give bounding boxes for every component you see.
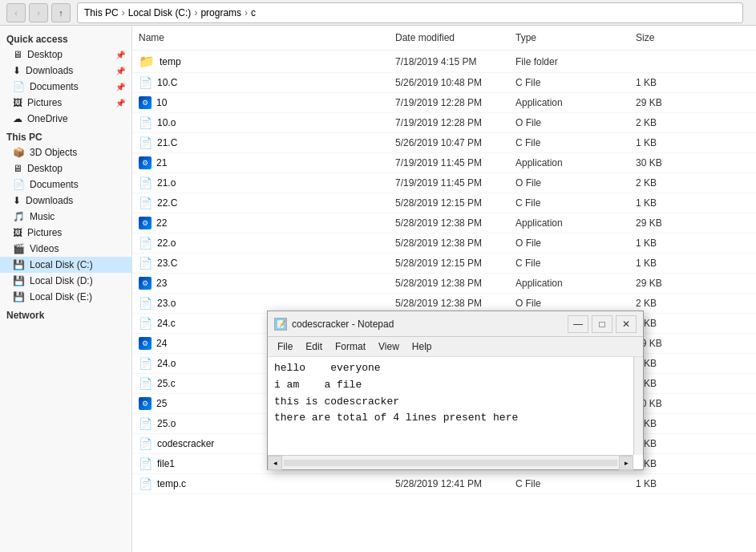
- file-icon: 📄: [139, 197, 152, 209]
- breadcrumb-programs[interactable]: programs: [200, 7, 241, 18]
- sidebar-label: 3D Objects: [30, 147, 77, 158]
- table-row[interactable]: ⚙ 21 7/19/2019 11:45 PM Application 30 K…: [132, 153, 756, 173]
- app-icon: ⚙: [139, 217, 152, 229]
- file-name: 25.o: [157, 418, 176, 429]
- file-size: 29 KB: [629, 95, 693, 111]
- pin-icon: 📌: [115, 67, 125, 75]
- notepad-window: 📝 codescracker - Notepad — □ ✕ File Edit…: [267, 310, 644, 470]
- sidebar-item-localc[interactable]: 💾 Local Disk (C:): [0, 257, 131, 273]
- file-icon: 📄: [139, 377, 152, 390]
- table-row[interactable]: 📄 23.C 5/28/2019 12:15 PM C File 1 KB: [132, 254, 756, 274]
- table-row[interactable]: 📁 temp 7/18/2019 4:15 PM File folder: [132, 51, 756, 73]
- col-name[interactable]: Name: [132, 29, 389, 47]
- breadcrumb[interactable]: This PC › Local Disk (C:) › programs › c: [77, 2, 743, 23]
- breadcrumb-c[interactable]: c: [251, 7, 256, 18]
- notepad-menu-file[interactable]: File: [271, 339, 299, 355]
- notepad-content[interactable]: hello everyonei am a filethis is codescr…: [268, 357, 643, 469]
- back-button[interactable]: ‹: [6, 3, 26, 22]
- notepad-titlebar[interactable]: 📝 codescracker - Notepad — □ ✕: [268, 311, 643, 337]
- notepad-scrollbar-horizontal[interactable]: ◂ ▸: [268, 455, 633, 469]
- pin-icon: 📌: [115, 83, 125, 91]
- up-button[interactable]: ↑: [51, 3, 71, 22]
- sidebar-item-music[interactable]: 🎵 Music: [0, 209, 131, 225]
- sidebar-label: Desktop: [27, 49, 63, 60]
- col-size[interactable]: Size: [629, 29, 693, 47]
- breadcrumb-thispc[interactable]: This PC: [84, 7, 119, 18]
- sidebar-item-pictures-pinned[interactable]: 🖼 Pictures 📌: [0, 95, 131, 111]
- file-size: 1 KB: [629, 135, 693, 151]
- col-date[interactable]: Date modified: [389, 29, 509, 47]
- file-name: temp: [160, 56, 181, 67]
- file-list-header: Name Date modified Type Size: [132, 26, 756, 51]
- table-row[interactable]: ⚙ 22 5/28/2019 12:38 PM Application 29 K…: [132, 213, 756, 233]
- notepad-menu-edit[interactable]: Edit: [299, 339, 329, 355]
- scroll-right-button[interactable]: ▸: [619, 456, 633, 470]
- sidebar-label: Documents: [30, 81, 79, 92]
- table-row[interactable]: ⚙ 23 5/28/2019 12:38 PM Application 29 K…: [132, 274, 756, 294]
- col-type[interactable]: Type: [509, 29, 629, 47]
- scroll-track[interactable]: [284, 460, 617, 466]
- table-row[interactable]: ⚙ 10 7/19/2019 12:28 PM Application 29 K…: [132, 93, 756, 113]
- sidebar-item-3dobjects[interactable]: 📦 3D Objects: [0, 144, 131, 160]
- file-type: O File: [509, 115, 629, 131]
- nav-buttons: ‹ › ↑: [6, 3, 71, 22]
- file-size: 30 KB: [629, 155, 693, 171]
- file-size: 1 KB: [629, 75, 693, 91]
- file-name-cell: 📄 temp.c: [132, 475, 389, 493]
- quick-access-header: Quick access: [0, 29, 131, 47]
- sidebar-item-downloads[interactable]: ⬇ Downloads: [0, 193, 131, 209]
- sidebar-item-downloads-pinned[interactable]: ⬇ Downloads 📌: [0, 63, 131, 79]
- scroll-left-button[interactable]: ◂: [268, 456, 282, 470]
- sidebar-label: Pictures: [27, 97, 62, 108]
- notepad-maximize-button[interactable]: □: [592, 315, 612, 333]
- documents-icon: 📄: [13, 81, 25, 92]
- sidebar-item-pictures[interactable]: 🖼 Pictures: [0, 225, 131, 241]
- sidebar-item-documents[interactable]: 📄 Documents: [0, 177, 131, 193]
- file-size: 1 KB: [629, 195, 693, 211]
- table-row[interactable]: 📄 21.o 7/19/2019 11:45 PM O File 2 KB: [132, 173, 756, 193]
- file-name-cell: 📄 10.C: [132, 74, 389, 91]
- sidebar-item-locale[interactable]: 💾 Local Disk (E:): [0, 289, 131, 305]
- table-row[interactable]: 📄 10.o 7/19/2019 12:28 PM O File 2 KB: [132, 113, 756, 133]
- breadcrumb-localc[interactable]: Local Disk (C:): [128, 7, 192, 18]
- pictures-icon: 🖼: [13, 97, 22, 108]
- file-type: C File: [509, 75, 629, 91]
- file-type: File folder: [509, 54, 629, 70]
- file-icon: 📄: [139, 257, 152, 270]
- file-name-cell: 📄 23.o: [132, 294, 389, 312]
- file-size: 29 KB: [629, 215, 693, 231]
- file-date: 5/28/2019 12:38 PM: [389, 295, 509, 311]
- table-row[interactable]: 📄 22.C 5/28/2019 12:15 PM C File 1 KB: [132, 193, 756, 213]
- notepad-minimize-button[interactable]: —: [568, 315, 588, 333]
- notepad-close-button[interactable]: ✕: [616, 315, 637, 333]
- table-row[interactable]: 📄 21.C 5/26/2019 10:47 PM C File 1 KB: [132, 133, 756, 153]
- sidebar-label: Downloads: [26, 195, 73, 206]
- pin-icon: 📌: [115, 51, 125, 59]
- file-type: Application: [509, 155, 629, 171]
- forward-button[interactable]: ›: [29, 3, 48, 22]
- app-icon: ⚙: [139, 156, 152, 169]
- notepad-content-wrapper: hello everyonei am a filethis is codescr…: [268, 357, 643, 469]
- file-date: 7/18/2019 4:15 PM: [389, 54, 509, 70]
- table-row[interactable]: 📄 22.o 5/28/2019 12:38 PM O File 1 KB: [132, 233, 756, 254]
- file-name: 22.C: [157, 197, 177, 209]
- file-date: 5/28/2019 12:15 PM: [389, 195, 509, 211]
- file-name: 22.o: [157, 237, 176, 249]
- sidebar-item-documents-pinned[interactable]: 📄 Documents 📌: [0, 79, 131, 95]
- file-name: 10: [156, 97, 167, 108]
- sidebar-item-onedrive[interactable]: ☁ OneDrive: [0, 111, 131, 127]
- notepad-menu-view[interactable]: View: [372, 339, 406, 355]
- sidebar-item-desktop[interactable]: 🖥 Desktop: [0, 160, 131, 177]
- notepad-menu-help[interactable]: Help: [406, 339, 439, 355]
- file-icon: 📄: [139, 136, 152, 149]
- sidebar: Quick access 🖥 Desktop 📌 ⬇ Downloads 📌 📄…: [0, 26, 132, 552]
- sidebar-item-videos[interactable]: 🎬 Videos: [0, 241, 131, 257]
- notepad-menu-format[interactable]: Format: [329, 339, 372, 355]
- notepad-scrollbar-vertical[interactable]: [633, 357, 643, 455]
- notepad-app-icon: 📝: [274, 318, 287, 331]
- table-row[interactable]: 📄 temp.c 5/28/2019 12:41 PM C File 1 KB: [132, 474, 756, 494]
- sidebar-item-locald[interactable]: 💾 Local Disk (D:): [0, 273, 131, 289]
- sidebar-item-desktop-pinned[interactable]: 🖥 Desktop 📌: [0, 47, 131, 63]
- table-row[interactable]: 📄 10.C 5/26/2019 10:48 PM C File 1 KB: [132, 73, 756, 93]
- file-date: 5/28/2019 12:38 PM: [389, 235, 509, 251]
